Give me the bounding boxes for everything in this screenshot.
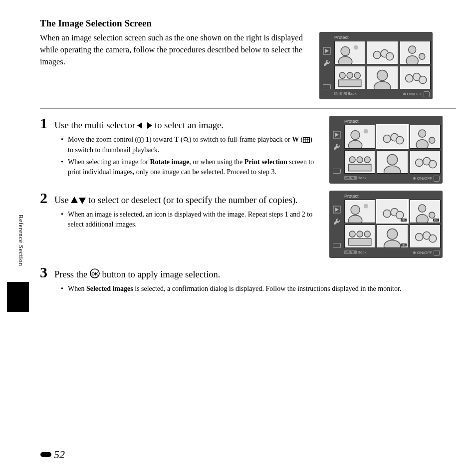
svg-point-62 (429, 160, 436, 168)
wrench-icon (323, 59, 331, 67)
thumbnail: On (377, 200, 408, 223)
step-3: 3 Press the OK button to apply image sel… (40, 265, 456, 296)
battery-icon (323, 84, 331, 89)
thumbnail (334, 66, 365, 89)
page-number: 52 (40, 448, 65, 461)
svg-point-52 (349, 157, 355, 163)
svg-point-49 (416, 140, 428, 148)
thumbnail: On (377, 225, 408, 248)
svg-point-90 (429, 235, 436, 242)
thumb-tab (7, 282, 29, 312)
svg-marker-26 (137, 122, 142, 129)
svg-rect-55 (349, 164, 371, 171)
svg-marker-64 (79, 198, 86, 204)
svg-point-85 (387, 229, 398, 239)
svg-point-17 (354, 72, 360, 78)
section-label: Reference Section (17, 215, 25, 266)
battery-icon (333, 243, 341, 248)
svg-point-78 (429, 212, 435, 218)
svg-point-7 (373, 51, 381, 59)
svg-point-25 (419, 76, 426, 84)
lcd-back-label: MENUBack (344, 250, 366, 256)
thumbnail (334, 41, 365, 64)
up-down-arrows-icon (71, 197, 86, 204)
thumbnail (410, 125, 441, 148)
svg-rect-83 (349, 238, 371, 245)
svg-point-4 (339, 56, 352, 64)
svg-marker-38 (335, 133, 339, 137)
left-right-arrows-icon (137, 122, 152, 129)
svg-point-28 (184, 138, 187, 141)
step-title: Press the OK button to apply image selec… (54, 268, 220, 281)
thumbnail (400, 41, 431, 64)
svg-marker-66 (335, 208, 339, 212)
svg-marker-1 (325, 49, 329, 53)
svg-rect-95 (43, 452, 49, 457)
svg-point-41 (349, 141, 362, 148)
page-title: The Image Selection Screen (40, 18, 456, 29)
divider (40, 108, 456, 109)
svg-point-74 (396, 212, 404, 219)
svg-point-76 (418, 205, 426, 212)
bullet-list: Move the zoom control ( 1) toward T () t… (61, 135, 319, 177)
battery-icon (333, 169, 341, 174)
lcd-screenshot-2: Protect MENUBack ⊕ ON/OFF (329, 116, 443, 183)
step-title: Use the multi selector to select an imag… (54, 119, 224, 132)
svg-rect-18 (339, 80, 361, 87)
svg-point-40 (351, 131, 360, 140)
book-icon (137, 137, 144, 143)
lcd-back-label: MENUBack (344, 176, 366, 182)
lcd-screenshot-1: Protect MENUBack ⊕ ON/OFF (319, 32, 433, 99)
section-icon (40, 451, 52, 459)
svg-point-20 (377, 70, 388, 81)
svg-line-29 (187, 141, 189, 142)
svg-point-60 (415, 159, 423, 166)
step-title: Use to select or deselect (or to specify… (54, 194, 298, 207)
thumbnail (367, 66, 398, 89)
lcd-back-label: MENUBack (334, 91, 356, 97)
manual-page: Reference Section The Image Selection Sc… (0, 0, 476, 476)
lcd-screenshot-3: Protect OnOnOn MENUBack ⊕ ON/OFF (329, 191, 443, 258)
wrench-icon (333, 143, 341, 151)
svg-point-16 (347, 72, 353, 78)
svg-marker-27 (147, 122, 152, 129)
svg-rect-31 (304, 138, 305, 140)
svg-point-72 (383, 210, 391, 218)
svg-point-77 (416, 215, 428, 223)
play-icon (333, 206, 341, 214)
svg-rect-34 (304, 140, 305, 142)
bullet-list: When Selected images is selected, a conf… (61, 284, 429, 294)
bullet-item: Move the zoom control ( 1) toward T () t… (61, 135, 319, 155)
thumbnail (410, 150, 441, 174)
svg-point-12 (406, 56, 418, 64)
svg-point-48 (418, 130, 426, 138)
thumbnail (344, 200, 375, 223)
svg-point-5 (354, 45, 358, 50)
svg-point-69 (349, 215, 362, 223)
svg-point-13 (419, 53, 425, 59)
svg-point-80 (349, 231, 355, 237)
svg-point-11 (408, 46, 416, 53)
svg-point-88 (415, 234, 423, 241)
svg-point-53 (357, 157, 363, 163)
svg-rect-36 (308, 140, 309, 142)
svg-point-68 (351, 205, 360, 214)
thumbnail (410, 225, 441, 248)
step-number: 2 (40, 191, 47, 206)
svg-rect-35 (306, 140, 307, 142)
lcd-onoff-label: ⊕ ON/OFF (413, 250, 440, 256)
svg-point-81 (357, 231, 363, 237)
grid-icon (303, 137, 310, 143)
bullet-item: When Selected images is selected, a conf… (61, 284, 429, 294)
play-icon (333, 131, 341, 139)
intro-text: When an image selection screen such as t… (40, 32, 309, 68)
lcd-onoff-label: ⊕ ON/OFF (403, 91, 430, 97)
svg-point-15 (339, 72, 345, 78)
bullet-item: When an image is selected, an icon is di… (61, 210, 319, 230)
lcd-title: Protect (344, 119, 441, 124)
svg-point-44 (383, 135, 391, 143)
svg-point-46 (396, 137, 404, 144)
lcd-title: Protect (344, 194, 441, 199)
svg-point-3 (341, 47, 350, 56)
svg-point-82 (364, 231, 370, 237)
